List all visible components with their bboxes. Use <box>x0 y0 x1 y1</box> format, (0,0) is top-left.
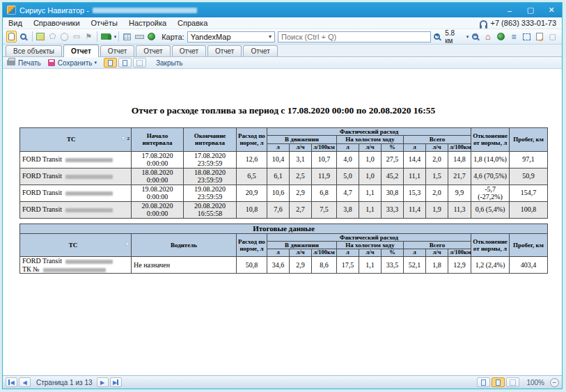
last-page-button[interactable]: ▶ <box>110 377 122 387</box>
tab-report-active[interactable]: Отчет <box>63 45 99 57</box>
cell: 50,8 <box>237 257 267 274</box>
floppy-icon <box>48 59 55 66</box>
map-select[interactable]: YandexMap ▾ <box>187 31 275 42</box>
cell: 14,8 <box>448 151 471 168</box>
col-header-mileage: Пробег, км <box>510 233 548 257</box>
save-button[interactable]: Сохранить ▾ <box>48 59 97 67</box>
close-report-button[interactable]: Закрыть <box>153 59 183 67</box>
redacted-vehicle-id <box>65 158 113 162</box>
cell: 1,1 <box>359 185 382 201</box>
col-header-norm: Расход по норме, л <box>237 128 267 152</box>
vehicle-icon[interactable] <box>100 31 111 42</box>
vehicle-cell: FORD Transit <box>20 168 132 185</box>
scale-dropdown-arrow[interactable]: ▾ <box>466 34 469 40</box>
cell: 3,8 <box>337 201 359 218</box>
col-header-tc[interactable]: ТС ▼ <box>20 233 132 257</box>
cell: 18.08.2020 23:59:59 <box>184 168 237 185</box>
home-icon[interactable]: ⌂ <box>482 31 494 42</box>
cell: 12,6 <box>237 151 267 168</box>
edit-map-icon[interactable] <box>35 31 45 42</box>
polygon-tool-icon[interactable]: ⬠ <box>47 31 58 42</box>
note-icon <box>536 33 543 40</box>
menu-reports[interactable]: Отчёты <box>86 17 123 29</box>
vehicle-dropdown-arrow[interactable]: ▾ <box>114 34 117 40</box>
cell: 1,1 <box>359 257 382 274</box>
map-pencil-icon <box>36 33 45 40</box>
pan-hand-icon[interactable] <box>6 31 17 42</box>
cell: 4,7 <box>337 185 359 201</box>
col-header-end[interactable]: Окончание интервала <box>184 128 237 152</box>
redacted-vehicle-id <box>65 208 113 212</box>
print-button[interactable]: Печать <box>7 59 41 67</box>
save-dropdown-arrow[interactable]: ▾ <box>94 60 97 65</box>
ruler-icon[interactable] <box>134 31 145 42</box>
menu-help[interactable]: Справка <box>172 17 213 29</box>
cell: 33,3 <box>382 201 404 218</box>
cell: 10,4 <box>267 151 290 168</box>
cell: 17.08.2020 23:59:59 <box>184 151 237 168</box>
zoom-in-icon[interactable] <box>432 31 443 42</box>
fuel-report-table: ТС ▼2 Начало интервала Окончание интерва… <box>19 127 548 219</box>
tab-report-3[interactable]: Отчет <box>136 45 170 56</box>
cell: 18.08.2020 0:00:00 <box>132 168 184 185</box>
geo-layers-icon[interactable] <box>146 31 157 42</box>
edit-note-icon[interactable] <box>534 31 546 42</box>
cell: 10,8 <box>237 201 267 218</box>
first-page-button[interactable]: ◀ <box>6 377 17 387</box>
col-header-norm: Расход по норме, л <box>237 233 267 257</box>
tab-report-6[interactable]: Отчет <box>243 45 277 56</box>
col-group-total: Всего <box>404 242 471 249</box>
printer-icon <box>7 60 15 65</box>
menu-view[interactable]: Вид <box>3 17 28 29</box>
view-mode-fit-button[interactable] <box>492 377 505 387</box>
menu-directories[interactable]: Справочники <box>28 17 86 29</box>
tab-report-5[interactable]: Отчет <box>207 45 242 56</box>
magnifier-plus-icon <box>434 33 440 40</box>
view-single-page-button[interactable] <box>104 58 117 68</box>
cell: 2,9 <box>290 185 312 201</box>
close-button[interactable]: ✕ <box>541 3 562 17</box>
route-tool-icon[interactable]: ⚑ <box>84 31 94 42</box>
tab-report-2[interactable]: Отчет <box>100 45 134 56</box>
search-input[interactable] <box>278 31 431 42</box>
view-fit-button[interactable] <box>133 58 146 68</box>
maximize-button[interactable]: ▢ <box>520 3 541 17</box>
zoom-tool-icon[interactable] <box>18 31 29 42</box>
table-view-icon[interactable] <box>122 31 132 42</box>
cell: 33,5 <box>382 257 404 274</box>
app-icon <box>7 6 16 15</box>
cell: 17,5 <box>337 257 359 274</box>
legend-icon[interactable]: ≡ <box>508 31 520 42</box>
rect-tool-icon[interactable]: ▭ <box>71 31 81 42</box>
tab-all-objects[interactable]: Все объекты <box>6 45 62 56</box>
col-header-driver[interactable]: Водитель <box>132 233 237 257</box>
menu-settings[interactable]: Настройка <box>123 17 172 29</box>
status-bar: ◀ ◀ Страница 1 из 13 ▶ ▶ 100% − <box>3 375 562 389</box>
unit-header: л <box>267 249 290 257</box>
tab-report-4[interactable]: Отчет <box>172 45 206 56</box>
close-report-label: Закрыть <box>156 59 183 67</box>
unit-header: л/100км <box>448 249 471 257</box>
select-area-icon[interactable] <box>521 31 533 42</box>
support-phone-number: +7 (863) 333-01-73 <box>491 19 556 27</box>
unit-header: л/ч <box>359 249 382 257</box>
col-header-start[interactable]: Начало интервала <box>132 128 184 152</box>
unit-header: л/100км <box>312 249 337 257</box>
view-mode-single-button[interactable] <box>477 377 490 387</box>
unit-header: л/ч <box>359 143 382 151</box>
circle-tool-icon[interactable]: ◯ <box>59 31 70 42</box>
unit-header: л/ч <box>290 249 312 257</box>
view-continuous-button[interactable] <box>118 58 132 68</box>
globe-icon <box>148 33 155 40</box>
prev-page-button[interactable]: ◀ <box>19 377 31 387</box>
minimize-button[interactable]: – <box>499 3 520 17</box>
col-header-tc[interactable]: ТС ▼2 <box>20 128 132 152</box>
globe-button-icon[interactable] <box>495 31 507 42</box>
support-phone: +7 (863) 333-01-73 <box>480 19 562 27</box>
view-mode-multi-button[interactable] <box>506 377 519 387</box>
next-page-button[interactable]: ▶ <box>97 377 109 387</box>
zoom-out-button[interactable]: − <box>550 378 559 387</box>
cell: 2,7 <box>290 201 312 218</box>
cell: 21,7 <box>448 168 471 185</box>
zoom-out-icon[interactable] <box>469 31 481 42</box>
